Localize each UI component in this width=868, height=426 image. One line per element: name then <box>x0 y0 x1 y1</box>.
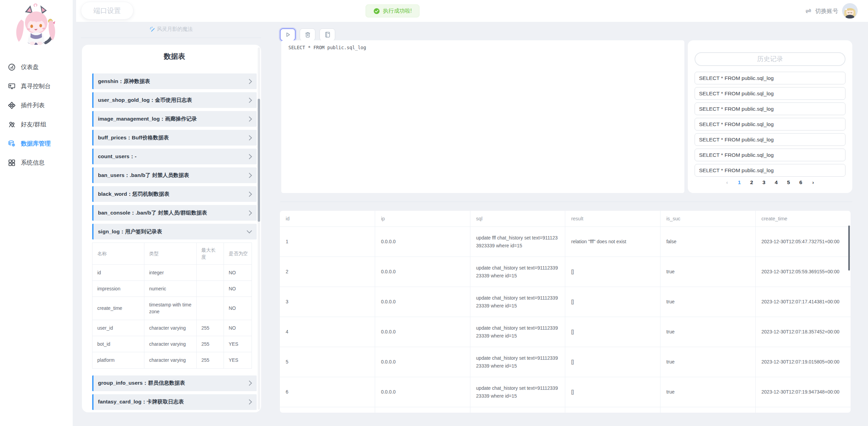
sidebar-item[interactable]: 系统信息 <box>0 153 73 172</box>
table-list-item[interactable]: fantasy_card_log：卡牌获取日志表 <box>92 394 257 410</box>
chevron-right-icon <box>247 135 252 140</box>
results-cell: 2023-12-30T12:07:21.051414+00:00 <box>755 407 851 413</box>
sidebar-item-label: 数据库管理 <box>21 139 51 148</box>
history-item[interactable]: SELECT * FROM public.sql_log <box>695 118 845 130</box>
pagination-page[interactable]: 6 <box>797 179 805 185</box>
schema-row: platformcharacter varying255YES <box>93 352 252 368</box>
table-list-item[interactable]: buff_prices：Buff价格数据表 <box>92 130 257 146</box>
results-row: 60.0.0.0update chat_history set text=911… <box>280 377 851 407</box>
chevron-right-icon <box>247 79 252 84</box>
schema-cell: NO <box>224 320 252 336</box>
results-header-cell: result <box>565 211 660 227</box>
sidebar-item[interactable]: 真寻控制台 <box>0 77 73 96</box>
mascot-image <box>9 3 64 49</box>
top-bar: 端口设置 执行成功啦! ⇌ 切换账号 <box>76 0 868 22</box>
results-scrollbar-thumb[interactable] <box>848 225 850 271</box>
results-cell: true <box>660 347 756 377</box>
schema-header-cell: 类型 <box>144 243 197 265</box>
results-cell: 2023-12-30T12:07:19.947348+00:00 <box>755 377 851 407</box>
journal-button[interactable] <box>319 28 335 41</box>
table-item-label: black_word：惩罚机制数据表 <box>98 191 169 198</box>
schema-row: idintegerNO <box>93 264 252 280</box>
chevron-down-icon <box>247 228 252 234</box>
sidebar-item[interactable]: 仪表盘 <box>0 57 73 77</box>
results-table: idipsqlresultis_succreate_time 10.0.0.0u… <box>280 211 851 413</box>
table-list-item[interactable]: sign_log：用户签到记录表 <box>92 224 257 239</box>
table-schema: 名称类型最大长度是否为空idintegerNOimpressionnumeric… <box>92 243 252 369</box>
pagination-next[interactable]: › <box>809 179 817 185</box>
results-cell: true <box>660 407 756 413</box>
history-pagination: ‹123456› <box>695 179 845 185</box>
sidebar-item[interactable]: 插件列表 <box>0 96 73 115</box>
user-avatar[interactable] <box>842 3 858 19</box>
table-list-item[interactable]: image_management_log：画廊操作记录 <box>92 111 257 127</box>
results-body: 10.0.0.0update fff chat_history set text… <box>280 227 851 413</box>
sidebar-item[interactable]: 数据库管理 <box>0 134 73 153</box>
results-cell: 0.0.0.0 <box>375 257 470 287</box>
schema-cell: numeric <box>144 280 197 297</box>
trash-button[interactable] <box>300 28 315 41</box>
history-item[interactable]: SELECT * FROM public.sql_log <box>695 164 845 177</box>
schema-cell: timestamp with time zone <box>144 297 197 320</box>
sql-editor[interactable]: SELECT * FROM public.sql_log <box>281 40 684 193</box>
schema-cell: YES <box>224 336 252 352</box>
table-list-item[interactable]: ban_users：.ban/b了 封禁人员数据表 <box>92 167 257 183</box>
trash-icon <box>304 31 311 38</box>
schema-cell: 255 <box>197 352 224 368</box>
pagination-page[interactable]: 1 <box>736 179 743 185</box>
history-item[interactable]: SELECT * FROM public.sql_log <box>695 102 845 115</box>
tables-scrollbar-thumb[interactable] <box>258 99 260 222</box>
results-panel: idipsqlresultis_succreate_time 10.0.0.0u… <box>280 211 851 413</box>
port-settings-button[interactable]: 端口设置 <box>81 2 133 19</box>
table-list-item[interactable]: count_users：- <box>92 149 257 164</box>
results-cell: true <box>660 287 756 317</box>
table-item-label: ban_console：.ban/b了 封禁人员/群组数据表 <box>98 209 207 217</box>
pagination-prev[interactable]: ‹ <box>723 179 731 185</box>
switch-account-button[interactable]: ⇌ 切换账号 <box>805 0 858 22</box>
results-cell: [] <box>565 317 660 347</box>
sidebar-item[interactable]: 好友/群组 <box>0 115 73 134</box>
table-list-item[interactable]: ban_console：.ban/b了 封禁人员/群组数据表 <box>92 205 257 221</box>
schema-cell: character varying <box>144 336 197 352</box>
subtitle-divider <box>81 38 261 38</box>
results-cell: [] <box>565 257 660 287</box>
table-list-item[interactable]: group_info_users：群员信息数据表 <box>92 375 257 391</box>
table-item-label: ban_users：.ban/b了 封禁人员数据表 <box>98 172 189 179</box>
results-row: 30.0.0.0update chat_history set text=911… <box>280 287 851 317</box>
results-cell: true <box>660 257 756 287</box>
results-cell: true <box>660 317 756 347</box>
panel-subtitle-text: 风灵月影的魔法 <box>157 26 193 32</box>
results-header-cell: is_suc <box>660 211 756 227</box>
history-item[interactable]: SELECT * FROM public.sql_log <box>695 72 845 84</box>
schema-cell: integer <box>144 264 197 280</box>
results-cell: [] <box>565 287 660 317</box>
pagination-page[interactable]: 2 <box>748 179 755 185</box>
table-list-item[interactable]: user_shop_gold_log：金币使用日志表 <box>92 92 257 108</box>
sidebar-item-label: 插件列表 <box>21 101 45 109</box>
results-cell: 2023-12-30T12:05:59.369155+00:00 <box>755 257 851 287</box>
schema-cell: YES <box>224 352 252 368</box>
schema-row: bot_idcharacter varying255YES <box>93 336 252 352</box>
tables-panel: 数据表 genshin：原神数据表user_shop_gold_log：金币使用… <box>82 45 261 412</box>
pagination-page[interactable]: 5 <box>785 179 792 185</box>
sidebar-menu: 仪表盘真寻控制台插件列表好友/群组数据库管理系统信息 <box>0 57 73 172</box>
schema-header-cell: 是否为空 <box>224 243 252 265</box>
tables-list: genshin：原神数据表user_shop_gold_log：金币使用日志表i… <box>92 73 257 410</box>
pagination-page[interactable]: 3 <box>760 179 768 185</box>
schema-cell: character varying <box>144 320 197 336</box>
table-list-item[interactable]: black_word：惩罚机制数据表 <box>92 186 257 202</box>
results-cell: update chat_history set text=91112339233… <box>470 347 565 377</box>
tables-scrollbar[interactable] <box>258 47 260 410</box>
history-item[interactable]: SELECT * FROM public.sql_log <box>695 133 845 146</box>
history-item[interactable]: SELECT * FROM public.sql_log <box>695 87 845 100</box>
run-button[interactable] <box>280 28 296 41</box>
results-cell: false <box>660 227 756 257</box>
table-list-item[interactable]: genshin：原神数据表 <box>92 73 257 89</box>
results-row: 10.0.0.0update fff chat_history set text… <box>280 227 851 257</box>
schema-row: user_idcharacter varying255NO <box>93 320 252 336</box>
history-item[interactable]: SELECT * FROM public.sql_log <box>695 149 845 161</box>
results-cell: 7 <box>280 407 375 413</box>
schema-cell: impression <box>93 280 144 297</box>
journal-icon <box>324 31 331 38</box>
pagination-page[interactable]: 4 <box>772 179 780 185</box>
